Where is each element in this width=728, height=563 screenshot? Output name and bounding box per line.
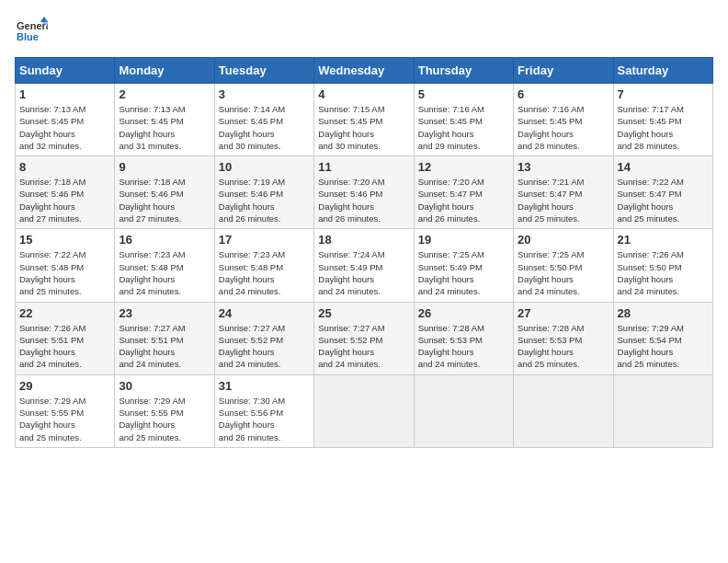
day-cell [414, 374, 513, 447]
day-info: Sunrise: 7:28 AM Sunset: 5:53 PM Dayligh… [518, 322, 609, 371]
day-cell [314, 374, 414, 447]
day-cell: 19 Sunrise: 7:25 AM Sunset: 5:49 PM Dayl… [414, 229, 513, 302]
day-info: Sunrise: 7:18 AM Sunset: 5:46 PM Dayligh… [119, 176, 210, 224]
day-header-saturday: Saturday [613, 58, 712, 84]
day-cell: 25 Sunrise: 7:27 AM Sunset: 5:52 PM Dayl… [314, 302, 414, 374]
day-cell: 8 Sunrise: 7:18 AM Sunset: 5:46 PM Dayli… [16, 156, 115, 229]
day-header-thursday: Thursday [414, 58, 513, 84]
week-row-1: 1 Sunrise: 7:13 AM Sunset: 5:45 PM Dayli… [16, 84, 713, 156]
logo: General Blue [15, 15, 48, 48]
week-row-5: 29 Sunrise: 7:29 AM Sunset: 5:55 PM Dayl… [16, 374, 713, 447]
day-info: Sunrise: 7:27 AM Sunset: 5:52 PM Dayligh… [318, 322, 409, 371]
day-number: 26 [418, 306, 509, 320]
day-cell: 2 Sunrise: 7:13 AM Sunset: 5:45 PM Dayli… [115, 84, 214, 156]
day-cell [514, 374, 613, 447]
day-cell [613, 374, 712, 447]
day-number: 16 [119, 233, 210, 247]
day-number: 19 [418, 233, 509, 247]
day-info: Sunrise: 7:16 AM Sunset: 5:45 PM Dayligh… [518, 103, 609, 152]
day-number: 25 [318, 306, 409, 320]
day-cell: 31 Sunrise: 7:30 AM Sunset: 5:56 PM Dayl… [214, 374, 313, 447]
day-cell: 21 Sunrise: 7:26 AM Sunset: 5:50 PM Dayl… [613, 229, 712, 302]
day-number: 23 [119, 306, 210, 320]
day-info: Sunrise: 7:18 AM Sunset: 5:46 PM Dayligh… [19, 176, 110, 224]
day-number: 15 [19, 233, 110, 247]
day-number: 14 [618, 160, 709, 174]
day-info: Sunrise: 7:24 AM Sunset: 5:49 PM Dayligh… [318, 248, 409, 297]
day-number: 3 [219, 87, 310, 101]
week-row-3: 15 Sunrise: 7:22 AM Sunset: 5:48 PM Dayl… [16, 229, 713, 302]
day-cell: 3 Sunrise: 7:14 AM Sunset: 5:45 PM Dayli… [214, 84, 313, 156]
day-number: 1 [19, 87, 110, 101]
day-cell: 6 Sunrise: 7:16 AM Sunset: 5:45 PM Dayli… [514, 84, 613, 156]
day-info: Sunrise: 7:25 AM Sunset: 5:50 PM Dayligh… [518, 248, 609, 297]
day-number: 9 [119, 160, 210, 174]
day-number: 30 [119, 379, 210, 393]
day-info: Sunrise: 7:21 AM Sunset: 5:47 PM Dayligh… [518, 176, 609, 224]
day-cell: 28 Sunrise: 7:29 AM Sunset: 5:54 PM Dayl… [613, 302, 712, 374]
day-number: 12 [418, 160, 509, 174]
day-cell: 5 Sunrise: 7:16 AM Sunset: 5:45 PM Dayli… [414, 84, 513, 156]
day-header-tuesday: Tuesday [214, 58, 313, 84]
day-number: 5 [418, 87, 509, 101]
day-info: Sunrise: 7:26 AM Sunset: 5:50 PM Dayligh… [618, 248, 709, 297]
day-number: 24 [219, 306, 310, 320]
day-info: Sunrise: 7:15 AM Sunset: 5:45 PM Dayligh… [318, 103, 409, 152]
day-header-friday: Friday [514, 58, 613, 84]
day-info: Sunrise: 7:28 AM Sunset: 5:53 PM Dayligh… [418, 322, 509, 371]
day-cell: 14 Sunrise: 7:22 AM Sunset: 5:47 PM Dayl… [613, 156, 712, 229]
day-info: Sunrise: 7:30 AM Sunset: 5:56 PM Dayligh… [219, 395, 310, 443]
day-number: 6 [518, 87, 609, 101]
logo-icon: General Blue [15, 15, 48, 48]
day-number: 7 [618, 87, 709, 101]
day-cell: 10 Sunrise: 7:19 AM Sunset: 5:46 PM Dayl… [214, 156, 313, 229]
day-number: 22 [19, 306, 110, 320]
day-info: Sunrise: 7:16 AM Sunset: 5:45 PM Dayligh… [418, 103, 509, 152]
day-number: 28 [618, 306, 709, 320]
day-cell: 16 Sunrise: 7:23 AM Sunset: 5:48 PM Dayl… [115, 229, 214, 302]
day-header-sunday: Sunday [16, 58, 115, 84]
calendar-table: SundayMondayTuesdayWednesdayThursdayFrid… [15, 57, 713, 448]
day-number: 18 [318, 233, 409, 247]
day-number: 11 [318, 160, 409, 174]
day-number: 31 [219, 379, 310, 393]
day-info: Sunrise: 7:29 AM Sunset: 5:55 PM Dayligh… [119, 395, 210, 443]
day-info: Sunrise: 7:19 AM Sunset: 5:46 PM Dayligh… [219, 176, 310, 224]
day-cell: 24 Sunrise: 7:27 AM Sunset: 5:52 PM Dayl… [214, 302, 313, 374]
day-cell: 23 Sunrise: 7:27 AM Sunset: 5:51 PM Dayl… [115, 302, 214, 374]
day-info: Sunrise: 7:14 AM Sunset: 5:45 PM Dayligh… [219, 103, 310, 152]
day-cell: 1 Sunrise: 7:13 AM Sunset: 5:45 PM Dayli… [16, 84, 115, 156]
day-info: Sunrise: 7:26 AM Sunset: 5:51 PM Dayligh… [19, 322, 110, 371]
day-cell: 15 Sunrise: 7:22 AM Sunset: 5:48 PM Dayl… [16, 229, 115, 302]
day-info: Sunrise: 7:20 AM Sunset: 5:47 PM Dayligh… [418, 176, 509, 224]
header: General Blue [15, 15, 713, 48]
day-number: 17 [219, 233, 310, 247]
day-cell: 30 Sunrise: 7:29 AM Sunset: 5:55 PM Dayl… [115, 374, 214, 447]
day-info: Sunrise: 7:29 AM Sunset: 5:55 PM Dayligh… [19, 395, 110, 443]
day-number: 13 [518, 160, 609, 174]
svg-text:Blue: Blue [17, 31, 39, 42]
day-cell: 27 Sunrise: 7:28 AM Sunset: 5:53 PM Dayl… [514, 302, 613, 374]
day-header-wednesday: Wednesday [314, 58, 414, 84]
day-cell: 4 Sunrise: 7:15 AM Sunset: 5:45 PM Dayli… [314, 84, 414, 156]
day-header-monday: Monday [115, 58, 214, 84]
day-cell: 7 Sunrise: 7:17 AM Sunset: 5:45 PM Dayli… [613, 84, 712, 156]
day-number: 27 [518, 306, 609, 320]
day-info: Sunrise: 7:27 AM Sunset: 5:51 PM Dayligh… [119, 322, 210, 371]
day-number: 4 [318, 87, 409, 101]
week-row-2: 8 Sunrise: 7:18 AM Sunset: 5:46 PM Dayli… [16, 156, 713, 229]
week-row-4: 22 Sunrise: 7:26 AM Sunset: 5:51 PM Dayl… [16, 302, 713, 374]
day-info: Sunrise: 7:22 AM Sunset: 5:48 PM Dayligh… [19, 248, 110, 297]
day-number: 29 [19, 379, 110, 393]
day-cell: 17 Sunrise: 7:23 AM Sunset: 5:48 PM Dayl… [214, 229, 313, 302]
day-info: Sunrise: 7:27 AM Sunset: 5:52 PM Dayligh… [219, 322, 310, 371]
day-number: 20 [518, 233, 609, 247]
day-number: 2 [119, 87, 210, 101]
day-info: Sunrise: 7:17 AM Sunset: 5:45 PM Dayligh… [618, 103, 709, 152]
day-cell: 26 Sunrise: 7:28 AM Sunset: 5:53 PM Dayl… [414, 302, 513, 374]
day-number: 10 [219, 160, 310, 174]
day-info: Sunrise: 7:20 AM Sunset: 5:46 PM Dayligh… [318, 176, 409, 224]
day-number: 21 [618, 233, 709, 247]
day-cell: 12 Sunrise: 7:20 AM Sunset: 5:47 PM Dayl… [414, 156, 513, 229]
day-cell: 18 Sunrise: 7:24 AM Sunset: 5:49 PM Dayl… [314, 229, 414, 302]
